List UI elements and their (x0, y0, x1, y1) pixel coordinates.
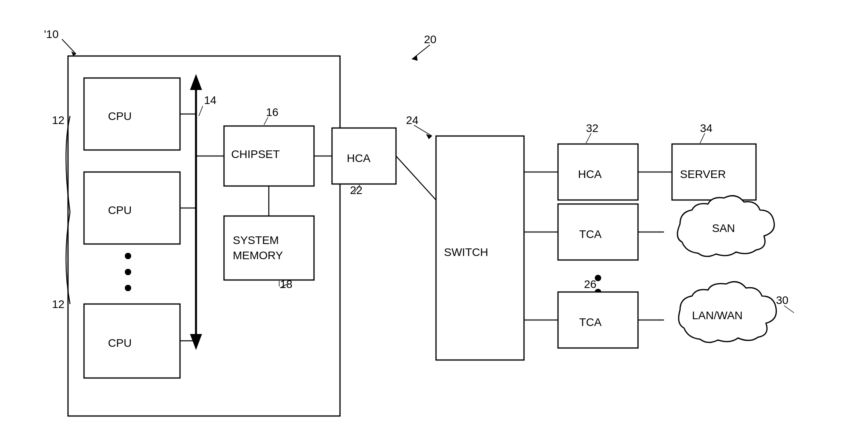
svg-line-12 (784, 306, 794, 313)
system-memory-box (224, 216, 314, 280)
tca1-label: TCA (579, 228, 602, 240)
hca1-label: HCA (347, 152, 370, 164)
cpu1-label: CPU (108, 110, 132, 122)
san-label: SAN (712, 222, 735, 234)
svg-line-10 (700, 133, 705, 143)
cpu1-box (84, 78, 180, 150)
svg-line-0 (62, 39, 76, 54)
cpu3-box (84, 304, 180, 378)
ref-10: '10 (44, 28, 59, 40)
dots-2 (125, 269, 131, 275)
cpu2-label: CPU (108, 204, 132, 216)
dots-1 (125, 253, 131, 259)
system-memory-label1: SYSTEM (233, 234, 279, 246)
lanwan-label: LAN/WAN (692, 309, 743, 322)
svg-line-9 (586, 133, 591, 143)
cpu3-label: CPU (108, 337, 132, 349)
svg-marker-8 (426, 134, 432, 139)
lanwan-cloud: LAN/WAN (679, 282, 776, 342)
ref-26b: 26 (584, 278, 596, 290)
tca2-label: TCA (579, 316, 602, 328)
svg-marker-14 (412, 55, 418, 61)
svg-line-7 (414, 125, 432, 136)
ref-24: 24 (406, 114, 418, 126)
ref-32: 32 (586, 122, 598, 134)
diagram-container: '10 CPU CPU CPU 12 12 (0, 0, 868, 442)
ref-30: 30 (776, 294, 788, 306)
ref-12a: 12 (52, 114, 64, 126)
dots-3 (125, 285, 131, 291)
cpu2-box (84, 172, 180, 244)
chipset-label: CHIPSET (231, 148, 280, 160)
server-label: SERVER (680, 168, 726, 180)
ref-34: 34 (700, 122, 712, 134)
ref-14: 14 (204, 94, 216, 106)
hca-switch-line (396, 156, 436, 200)
system-memory-label2: MEMORY (233, 249, 283, 262)
ref-12b: 12 (52, 298, 64, 310)
san-cloud: SAN (678, 196, 774, 256)
ref-16: 16 (266, 106, 278, 118)
ref-20: 20 (424, 33, 436, 46)
switch-label: SWITCH (444, 246, 488, 258)
hca2-label: HCA (578, 168, 602, 180)
